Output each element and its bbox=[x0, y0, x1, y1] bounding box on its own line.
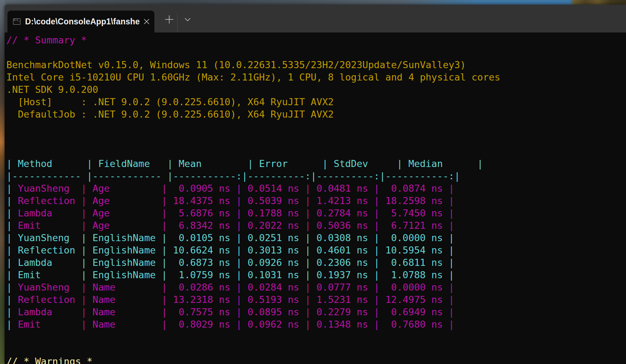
plus-icon bbox=[164, 14, 174, 24]
terminal-line: | Reflection | Age | 18.4375 ns | 0.5039… bbox=[6, 195, 626, 207]
terminal-text-segment: Reflection | Age | 18.4375 ns | 0.5039 n… bbox=[12, 195, 454, 206]
cmd-icon-glyph: C:\_ bbox=[14, 19, 20, 22]
terminal-line: | Emit | Name | 0.8029 ns | 0.0962 ns | … bbox=[6, 318, 626, 330]
tab-close-button[interactable] bbox=[141, 16, 152, 27]
terminal-line: Intel Core i5-10210U CPU 1.60GHz (Max: 2… bbox=[6, 71, 626, 83]
terminal-text-segment: | bbox=[6, 220, 12, 231]
terminal-line: | Method | FieldName | Mean | Error | St… bbox=[6, 157, 626, 170]
terminal-content[interactable]: // * Summary *BenchmarkDotNet v0.15.0, W… bbox=[5, 32, 626, 364]
terminal-line: | Lambda | Name | 0.7575 ns | 0.0895 ns … bbox=[6, 306, 626, 318]
title-bar[interactable]: C:\_ D:\code\ConsoleApp1\fanshe' bbox=[5, 5, 626, 32]
terminal-text-segment: | Method | FieldName | Mean | Error | St… bbox=[6, 158, 483, 169]
terminal-text-segment: [Host] : .NET 9.0.2 (9.0.225.6610), X64 … bbox=[6, 96, 334, 107]
terminal-text-segment: | YuanSheng | EnglishName | 0.0105 ns | … bbox=[6, 232, 454, 243]
terminal-text-segment: | bbox=[6, 282, 12, 293]
terminal-line: // * Summary * bbox=[6, 34, 626, 46]
terminal-line: .NET SDK 9.0.200 bbox=[6, 83, 626, 96]
terminal-line bbox=[6, 330, 626, 343]
terminal-line: | Emit | EnglishName | 1.0759 ns | 0.103… bbox=[6, 269, 626, 281]
terminal-line bbox=[6, 46, 626, 59]
terminal-line: BenchmarkDotNet v0.15.0, Windows 11 (10.… bbox=[6, 59, 626, 71]
terminal-text-segment: | bbox=[6, 306, 12, 317]
terminal-text-segment: YuanSheng | Age | 0.0905 ns | 0.0514 ns … bbox=[12, 183, 454, 194]
terminal-text-segment: | Emit | EnglishName | 1.0759 ns | 0.103… bbox=[6, 269, 454, 280]
terminal-line bbox=[6, 120, 626, 133]
terminal-text-segment: Intel Core i5-10210U CPU 1.60GHz (Max: 2… bbox=[6, 72, 500, 83]
terminal-text-segment: // * Warnings * bbox=[6, 356, 93, 364]
tab-title: D:\code\ConsoleApp1\fanshe' bbox=[25, 17, 140, 26]
terminal-line: | YuanSheng | Age | 0.0905 ns | 0.0514 n… bbox=[6, 182, 626, 195]
terminal-text-segment: Lambda | Age | 5.6876 ns | 0.1788 ns | 0… bbox=[12, 208, 454, 219]
terminal-text-segment: Emit | Name | 0.8029 ns | 0.0962 ns | 0.… bbox=[12, 319, 454, 330]
terminal-line: | Lambda | Age | 5.6876 ns | 0.1788 ns |… bbox=[6, 207, 626, 219]
terminal-line: // * Warnings * bbox=[6, 355, 626, 364]
terminal-line: | Reflection | Name | 13.2318 ns | 0.519… bbox=[6, 293, 626, 306]
desktop-wallpaper-left-edge bbox=[0, 0, 5, 364]
terminal-text-segment: | bbox=[6, 195, 12, 206]
terminal-line bbox=[6, 145, 626, 157]
chevron-down-icon bbox=[184, 18, 191, 22]
terminal-line: [Host] : .NET 9.0.2 (9.0.225.6610), X64 … bbox=[6, 96, 626, 108]
terminal-line: | Reflection | EnglishName | 10.6624 ns … bbox=[6, 244, 626, 256]
terminal-text-segment: | bbox=[6, 183, 12, 194]
terminal-text-segment: BenchmarkDotNet v0.15.0, Windows 11 (10.… bbox=[6, 59, 466, 70]
terminal-line: | YuanSheng | EnglishName | 0.0105 ns | … bbox=[6, 232, 626, 244]
terminal-window: C:\_ D:\code\ConsoleApp1\fanshe' // * Su… bbox=[5, 5, 626, 364]
terminal-line: |------------ |------------ |-----------… bbox=[6, 170, 626, 182]
terminal-text-segment: Lambda | Name | 0.7575 ns | 0.0895 ns | … bbox=[12, 306, 454, 317]
cmd-icon: C:\_ bbox=[13, 18, 20, 25]
terminal-text-segment: YuanSheng | Name | 0.0286 ns | 0.0284 ns… bbox=[12, 282, 454, 293]
terminal-text-segment: | bbox=[6, 319, 12, 330]
terminal-line: DefaultJob : .NET 9.0.2 (9.0.225.6610), … bbox=[6, 108, 626, 120]
terminal-text-segment: DefaultJob : .NET 9.0.2 (9.0.225.6610), … bbox=[6, 109, 334, 120]
terminal-line bbox=[6, 133, 626, 145]
terminal-tab[interactable]: C:\_ D:\code\ConsoleApp1\fanshe' bbox=[7, 11, 154, 32]
terminal-text-segment: |------------ |------------ |-----------… bbox=[6, 171, 460, 181]
tab-bar-divider bbox=[177, 13, 178, 32]
tab-dropdown-button[interactable] bbox=[180, 12, 195, 27]
terminal-text-segment: | bbox=[6, 294, 12, 305]
terminal-line: | Lambda | EnglishName | 0.6873 ns | 0.0… bbox=[6, 256, 626, 269]
terminal-text-segment: | Reflection | EnglishName | 10.6624 ns … bbox=[6, 245, 454, 256]
terminal-text-segment: .NET SDK 9.0.200 bbox=[6, 84, 98, 95]
new-tab-button[interactable] bbox=[161, 12, 177, 27]
terminal-line: | YuanSheng | Name | 0.0286 ns | 0.0284 … bbox=[6, 281, 626, 293]
terminal-line bbox=[6, 343, 626, 355]
terminal-text-segment: | Lambda | EnglishName | 0.6873 ns | 0.0… bbox=[6, 257, 454, 268]
terminal-text-segment: // * Summary * bbox=[6, 35, 87, 46]
terminal-text-segment: | bbox=[6, 208, 12, 219]
terminal-line: | Emit | Age | 6.8342 ns | 0.2022 ns | 0… bbox=[6, 219, 626, 232]
terminal-text-segment: Emit | Age | 6.8342 ns | 0.2022 ns | 0.5… bbox=[12, 220, 454, 231]
terminal-text-segment: Reflection | Name | 13.2318 ns | 0.5193 … bbox=[12, 294, 454, 305]
close-icon bbox=[143, 18, 150, 25]
